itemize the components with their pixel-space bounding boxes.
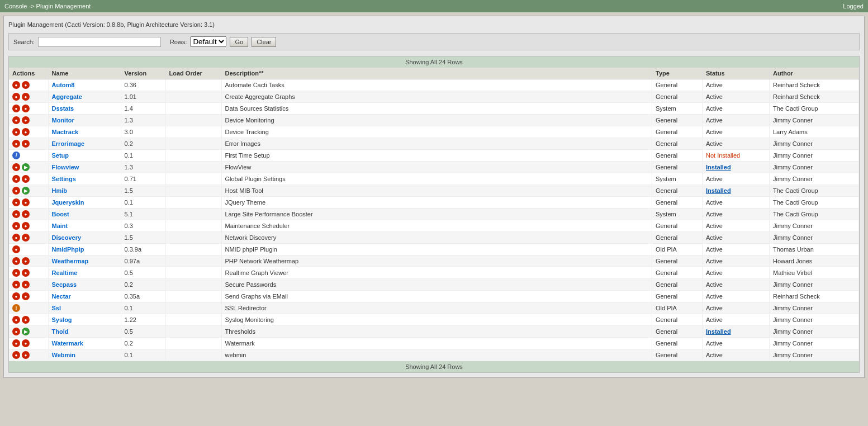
cell-status[interactable]: Installed	[703, 326, 770, 338]
cell-name[interactable]: Autom8	[48, 79, 121, 91]
action-remove-icon[interactable]: ●	[22, 281, 30, 288]
cell-name[interactable]: Dsstats	[48, 103, 121, 115]
plugin-name-link[interactable]: Discovery	[52, 234, 82, 241]
action-remove-icon[interactable]: ●	[22, 140, 30, 148]
cell-name[interactable]: Discovery	[48, 232, 121, 244]
cell-name[interactable]: Webmin	[48, 349, 121, 361]
console-link[interactable]: Console -> Plugin Management	[4, 3, 91, 10]
action-disable-icon[interactable]: ●	[12, 292, 20, 300]
plugin-name-link[interactable]: Jqueryskin	[52, 199, 84, 206]
cell-name[interactable]: Errorimage	[48, 138, 121, 150]
action-remove-icon[interactable]: ●	[22, 128, 30, 136]
action-disable-icon[interactable]: ●	[12, 222, 20, 230]
plugin-name-link[interactable]: Secpass	[52, 281, 77, 288]
action-disable-icon[interactable]: ●	[12, 175, 20, 183]
action-disable-icon[interactable]: ●	[12, 198, 20, 206]
action-disable-icon[interactable]: ●	[12, 93, 20, 101]
cell-status[interactable]: Installed	[703, 185, 770, 197]
cell-name[interactable]: Settings	[48, 173, 121, 185]
clear-button[interactable]: Clear	[252, 37, 276, 47]
action-disable-icon[interactable]: ●	[12, 163, 20, 171]
plugin-name-link[interactable]: Webmin	[52, 352, 76, 358]
action-install-icon[interactable]: ▶	[22, 328, 30, 335]
action-remove-icon[interactable]: ●	[22, 210, 30, 218]
action-disable-icon[interactable]: ●	[12, 234, 20, 242]
action-remove-icon[interactable]: ●	[22, 105, 30, 112]
action-disable-icon[interactable]: ●	[12, 105, 20, 112]
action-remove-icon[interactable]: ●	[22, 81, 30, 89]
cell-name[interactable]: Ssl	[48, 302, 121, 314]
action-remove-icon[interactable]: ●	[22, 292, 30, 300]
cell-name[interactable]: Jqueryskin	[48, 197, 121, 209]
action-remove-icon[interactable]: ●	[22, 269, 30, 277]
action-install-icon[interactable]: ▶	[22, 187, 30, 195]
action-info-icon[interactable]: i	[12, 152, 20, 159]
cell-name[interactable]: Secpass	[48, 279, 121, 291]
go-button[interactable]: Go	[230, 37, 248, 47]
cell-name[interactable]: Realtime	[48, 267, 121, 279]
status-installed-link[interactable]: Installed	[706, 187, 731, 194]
action-warning-icon[interactable]: !	[12, 304, 20, 312]
plugin-name-link[interactable]: Monitor	[52, 117, 74, 124]
action-remove-icon[interactable]: ●	[22, 339, 30, 347]
plugin-name-link[interactable]: Syslog	[52, 316, 72, 323]
search-input[interactable]	[38, 37, 161, 47]
rows-select[interactable]: Default 10 25 50	[190, 36, 226, 47]
action-disable-icon[interactable]: ●	[12, 257, 20, 265]
plugin-name-link[interactable]: Maint	[52, 223, 68, 229]
action-disable-icon[interactable]: ●	[12, 210, 20, 218]
plugin-name-link[interactable]: Ssl	[52, 305, 61, 311]
action-disable-icon[interactable]: ●	[12, 328, 20, 335]
cell-name[interactable]: Nectar	[48, 291, 121, 302]
action-remove-icon[interactable]: ●	[22, 93, 30, 101]
plugin-name-link[interactable]: Weathermap	[52, 258, 89, 264]
plugin-name-link[interactable]: Boost	[52, 211, 69, 217]
plugin-name-link[interactable]: Watermark	[52, 340, 83, 347]
cell-name[interactable]: Setup	[48, 150, 121, 162]
plugin-name-link[interactable]: Autom8	[52, 82, 75, 88]
action-disable-icon[interactable]: ●	[12, 140, 20, 148]
cell-name[interactable]: Thold	[48, 326, 121, 338]
action-remove-icon[interactable]: ●	[22, 351, 30, 359]
action-disable-icon[interactable]: ●	[12, 281, 20, 288]
action-disable-icon[interactable]: ●	[12, 116, 20, 124]
cell-name[interactable]: Maint	[48, 220, 121, 232]
action-remove-icon[interactable]: ●	[22, 198, 30, 206]
cell-name[interactable]: Syslog	[48, 314, 121, 326]
cell-name[interactable]: Hmib	[48, 185, 121, 197]
plugin-name-link[interactable]: Mactrack	[52, 129, 79, 135]
cell-name[interactable]: Watermark	[48, 338, 121, 349]
cell-name[interactable]: Aggregate	[48, 91, 121, 103]
action-remove-icon[interactable]: ●	[22, 116, 30, 124]
plugin-name-link[interactable]: Thold	[52, 328, 69, 335]
action-disable-icon[interactable]: ●	[12, 128, 20, 136]
action-disable-icon[interactable]: ●	[12, 245, 20, 253]
plugin-name-link[interactable]: Flowview	[52, 164, 79, 171]
action-disable-icon[interactable]: ●	[12, 81, 20, 89]
plugin-name-link[interactable]: Setup	[52, 152, 69, 159]
cell-name[interactable]: Weathermap	[48, 255, 121, 267]
action-disable-icon[interactable]: ●	[12, 339, 20, 347]
action-remove-icon[interactable]: ●	[22, 257, 30, 265]
action-remove-icon[interactable]: ●	[22, 222, 30, 230]
plugin-name-link[interactable]: Errorimage	[52, 140, 85, 147]
action-disable-icon[interactable]: ●	[12, 351, 20, 359]
action-install-icon[interactable]: ▶	[22, 163, 30, 171]
status-installed-link[interactable]: Installed	[706, 328, 731, 335]
plugin-name-link[interactable]: Hmib	[52, 187, 68, 194]
action-remove-icon[interactable]: ●	[22, 234, 30, 242]
plugin-name-link[interactable]: Realtime	[52, 269, 78, 276]
plugin-name-link[interactable]: Dsstats	[52, 105, 74, 112]
plugin-name-link[interactable]: Aggregate	[52, 93, 82, 100]
action-disable-icon[interactable]: ●	[12, 187, 20, 195]
cell-name[interactable]: Mactrack	[48, 126, 121, 138]
cell-name[interactable]: Boost	[48, 209, 121, 220]
cell-name[interactable]: NmidPhpip	[48, 244, 121, 255]
cell-name[interactable]: Flowview	[48, 162, 121, 173]
cell-name[interactable]: Monitor	[48, 115, 121, 126]
cell-status[interactable]: Installed	[703, 162, 770, 173]
action-remove-icon[interactable]: ●	[22, 175, 30, 183]
action-disable-icon[interactable]: ●	[12, 316, 20, 324]
status-installed-link[interactable]: Installed	[706, 164, 731, 171]
plugin-name-link[interactable]: Settings	[52, 176, 76, 182]
